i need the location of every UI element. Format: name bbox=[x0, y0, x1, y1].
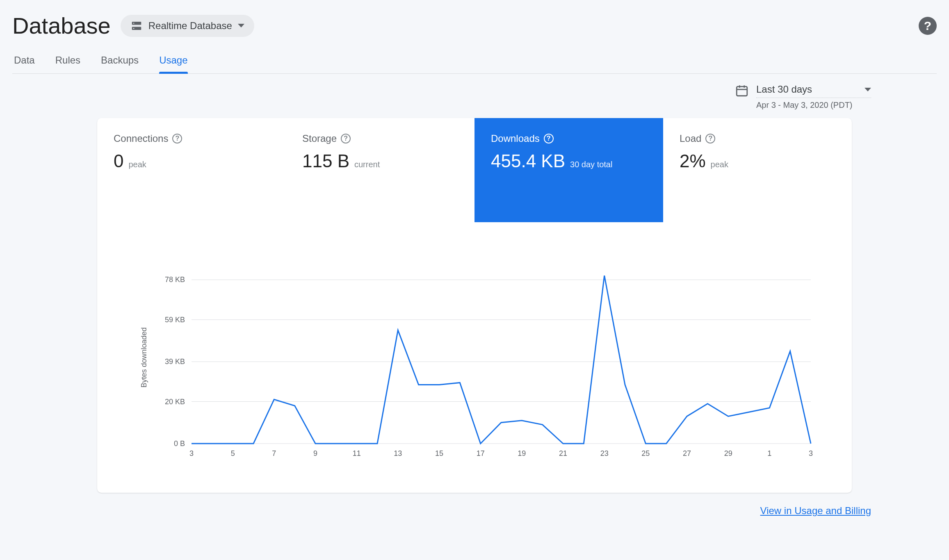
svg-text:78 KB: 78 KB bbox=[165, 275, 185, 284]
svg-text:25: 25 bbox=[641, 449, 650, 458]
chevron-down-icon bbox=[865, 88, 871, 91]
metric-sub: 30 day total bbox=[570, 160, 612, 169]
tabs: Data Rules Backups Usage bbox=[12, 50, 937, 74]
date-range-label: Last 30 days bbox=[756, 84, 812, 95]
date-range-value: Apr 3 - May 3, 2020 (PDT) bbox=[756, 100, 871, 110]
svg-text:Bytes downloaded: Bytes downloaded bbox=[140, 327, 148, 387]
svg-text:5: 5 bbox=[231, 449, 235, 458]
metric-connections[interactable]: Connections ? 0 peak bbox=[97, 118, 286, 222]
svg-point-3 bbox=[133, 28, 135, 29]
svg-text:19: 19 bbox=[518, 449, 526, 458]
question-icon: ? bbox=[924, 19, 931, 33]
downloads-chart: 0 B20 KB39 KB59 KB78 KBBytes downloaded3… bbox=[122, 247, 827, 468]
svg-text:27: 27 bbox=[683, 449, 691, 458]
tab-rules[interactable]: Rules bbox=[55, 50, 80, 73]
svg-text:1: 1 bbox=[767, 449, 771, 458]
svg-text:0 B: 0 B bbox=[174, 439, 185, 448]
svg-point-2 bbox=[133, 23, 135, 24]
tab-usage[interactable]: Usage bbox=[159, 50, 187, 73]
svg-text:20 KB: 20 KB bbox=[165, 398, 185, 406]
view-usage-billing-link[interactable]: View in Usage and Billing bbox=[760, 505, 871, 517]
svg-text:39 KB: 39 KB bbox=[165, 357, 185, 366]
metric-sub: current bbox=[354, 160, 380, 169]
svg-text:13: 13 bbox=[394, 449, 402, 458]
metric-title: Load bbox=[680, 133, 701, 144]
svg-text:59 KB: 59 KB bbox=[165, 316, 185, 324]
metric-title: Connections bbox=[114, 133, 168, 144]
usage-card: Connections ? 0 peak Storage ? 115 B cur… bbox=[97, 118, 852, 493]
help-icon[interactable]: ? bbox=[705, 134, 715, 143]
help-icon[interactable]: ? bbox=[544, 134, 554, 143]
metric-value: 0 bbox=[114, 151, 123, 171]
svg-text:3: 3 bbox=[809, 449, 813, 458]
metric-value: 2% bbox=[680, 151, 706, 171]
tab-backups[interactable]: Backups bbox=[101, 50, 139, 73]
help-button[interactable]: ? bbox=[919, 17, 937, 35]
svg-rect-4 bbox=[737, 87, 747, 96]
database-icon bbox=[130, 20, 143, 32]
svg-text:7: 7 bbox=[272, 449, 276, 458]
svg-text:3: 3 bbox=[189, 449, 194, 458]
svg-text:17: 17 bbox=[477, 449, 485, 458]
date-range-picker[interactable]: Last 30 days Apr 3 - May 3, 2020 (PDT) bbox=[735, 84, 871, 110]
metric-value: 455.4 KB bbox=[491, 151, 565, 171]
metric-sub: peak bbox=[711, 160, 728, 169]
svg-text:15: 15 bbox=[435, 449, 443, 458]
metric-title: Downloads bbox=[491, 133, 540, 144]
metric-storage[interactable]: Storage ? 115 B current bbox=[286, 118, 474, 222]
svg-text:23: 23 bbox=[600, 449, 609, 458]
metric-downloads[interactable]: Downloads ? 455.4 KB 30 day total bbox=[474, 118, 663, 222]
chevron-down-icon bbox=[238, 24, 244, 27]
metric-sub: peak bbox=[128, 160, 146, 169]
svg-text:21: 21 bbox=[559, 449, 567, 458]
svg-text:11: 11 bbox=[353, 449, 361, 458]
metric-value: 115 B bbox=[302, 151, 349, 171]
metric-load[interactable]: Load ? 2% peak bbox=[663, 118, 852, 222]
help-icon[interactable]: ? bbox=[341, 134, 351, 143]
database-selector[interactable]: Realtime Database bbox=[121, 15, 254, 37]
database-selector-label: Realtime Database bbox=[148, 20, 232, 32]
svg-text:29: 29 bbox=[724, 449, 732, 458]
svg-text:9: 9 bbox=[313, 449, 317, 458]
tab-data[interactable]: Data bbox=[14, 50, 35, 73]
help-icon[interactable]: ? bbox=[172, 134, 182, 143]
calendar-icon bbox=[735, 84, 749, 98]
metric-title: Storage bbox=[302, 133, 337, 144]
page-title: Database bbox=[12, 12, 111, 39]
